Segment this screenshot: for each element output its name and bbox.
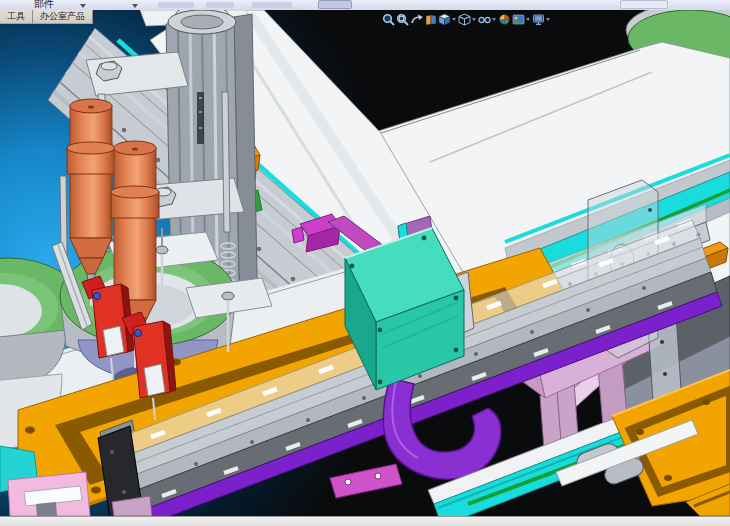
toolbar-group — [206, 2, 234, 8]
command-bar: 部件 — [0, 0, 730, 10]
zoom-to-area-icon[interactable] — [395, 12, 409, 26]
ribbon-tab-row: 工具 办公室产品 — [0, 10, 93, 24]
tab-tools[interactable]: 工具 — [0, 10, 33, 24]
view-settings-icon[interactable] — [531, 12, 545, 26]
tab-office-products[interactable]: 办公室产品 — [33, 10, 93, 24]
chevron-down-icon[interactable] — [472, 18, 476, 21]
apply-scene-icon[interactable] — [511, 12, 525, 26]
toolbar-group — [252, 2, 292, 8]
chevron-down-icon[interactable] — [526, 18, 530, 21]
hide-show-items-icon[interactable] — [477, 12, 491, 26]
previous-view-icon[interactable] — [409, 12, 423, 26]
display-style-icon[interactable] — [457, 12, 471, 26]
assembly-scene — [0, 10, 730, 516]
toolbar-group — [158, 2, 194, 8]
status-bar — [0, 516, 730, 526]
component-label: 部件 — [34, 0, 54, 10]
vendor-label — [197, 92, 204, 144]
chevron-down-icon[interactable] — [452, 18, 456, 21]
section-view-icon[interactable] — [423, 12, 437, 26]
toolbar-button[interactable] — [620, 0, 668, 9]
solidworks-window: 部件 工具 办公室产品 — [0, 0, 730, 526]
pressed-toolbar-button[interactable] — [318, 0, 352, 9]
edit-appearance-icon[interactable] — [497, 12, 511, 26]
chevron-down-icon[interactable] — [132, 4, 138, 8]
chevron-down-icon[interactable] — [546, 18, 550, 21]
view-orientation-icon[interactable] — [437, 12, 451, 26]
heads-up-view-toolbar — [381, 12, 551, 26]
chevron-down-icon[interactable] — [492, 18, 496, 21]
zoom-to-fit-icon[interactable] — [381, 12, 395, 26]
graphics-viewport[interactable] — [0, 10, 730, 516]
chevron-down-icon[interactable] — [80, 4, 86, 8]
